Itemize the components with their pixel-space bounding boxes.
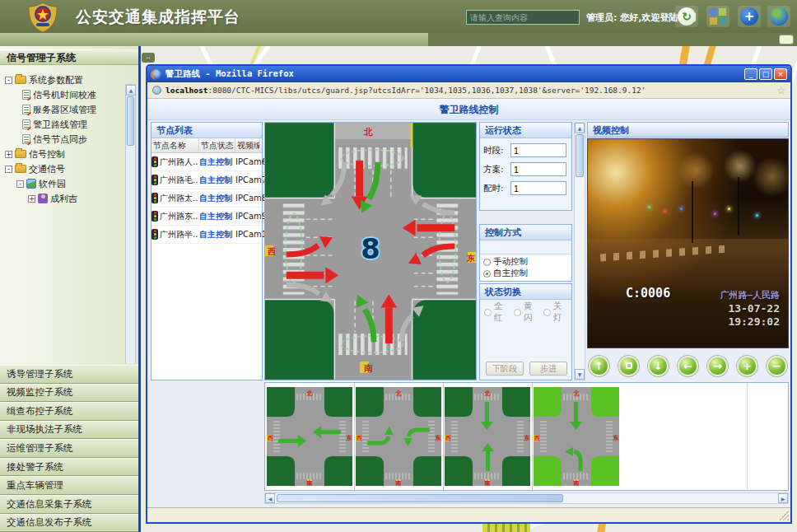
phase-strip-scrollbar[interactable]: ◀ ▶ — [264, 492, 789, 504]
apps-button[interactable] — [706, 6, 729, 27]
node-list-panel: 节点列表 节点名称 节点状态 视频编号 广州路人.. 自主控制 IPCam6 广… — [151, 122, 263, 380]
ptz-left-button[interactable]: ← — [678, 356, 698, 376]
scroll-up-icon[interactable]: ▲ — [126, 85, 136, 96]
ptz-zoom-out-button[interactable]: − — [767, 356, 787, 376]
sidebar-item-investigation[interactable]: 缉查布控子系统 — [0, 402, 138, 421]
table-row[interactable]: 广州路东.. 自主控制 IPCam9 — [151, 208, 262, 226]
tree-item-server-region[interactable]: 服务器区域管理 — [0, 102, 138, 117]
scroll-up-icon[interactable]: ▲ — [575, 123, 585, 133]
radio-icon[interactable] — [514, 309, 521, 316]
node-status-link[interactable]: 自主控制 — [199, 229, 235, 240]
tree-item-node-sync[interactable]: 信号节点同步 — [0, 132, 138, 147]
table-row[interactable]: 广州路太.. 自主控制 IPCam8 — [151, 189, 262, 208]
camera-location-overlay: 广州路—人民路 — [720, 289, 780, 301]
sidebar-item-info-collection[interactable]: 交通信息采集子系统 — [0, 495, 138, 514]
video-panel-title: 视频控制 — [587, 122, 789, 138]
yellow-flash-radio[interactable]: 黄闪 — [514, 306, 538, 318]
window-titlebar[interactable]: 警卫路线 - Mozilla Firefox _ □ × — [147, 66, 790, 82]
header-substrip — [0, 33, 797, 46]
ptz-right-button[interactable]: → — [707, 356, 728, 376]
scroll-right-icon[interactable]: ▶ — [778, 493, 788, 503]
search-input[interactable] — [466, 10, 580, 25]
scrollbar-thumb[interactable] — [127, 96, 134, 146]
traffic-light-icon — [151, 156, 158, 167]
sidebar-item-info-release[interactable]: 交通信息发布子系统 — [0, 514, 138, 532]
camera-id-overlay: C:0006 — [626, 286, 670, 301]
maximize-button[interactable]: □ — [759, 68, 772, 80]
sidebar-collapse-tab[interactable]: .. — [142, 53, 155, 63]
all-red-radio[interactable]: 全红 — [484, 306, 508, 318]
app-header: 公安交通集成指挥平台 管理员: 您好,欢迎登陆使用 ↻ + — [0, 0, 797, 33]
content-vertical-scrollbar[interactable]: ▲ ▼ — [574, 122, 585, 380]
sidebar-item-ops-management[interactable]: 运维管理子系统 — [0, 439, 138, 458]
ptz-stop-button[interactable] — [618, 356, 639, 376]
tree-scrollbar[interactable]: ▲ ▼ — [125, 84, 136, 363]
tree-item-signal-time[interactable]: 信号机时间校准 — [0, 87, 138, 102]
radio-icon[interactable] — [483, 259, 491, 266]
tree-item-signal-control[interactable]: + 信号控制 — [0, 147, 138, 161]
north-label: 北 — [363, 127, 373, 138]
tree-item-traffic-signal[interactable]: - 交通信号 — [0, 161, 138, 176]
ptz-down-button[interactable]: ↓ — [648, 356, 669, 376]
refresh-button[interactable]: ↻ — [675, 6, 698, 27]
phase-thumbnail-4[interactable]: 北 西 东 南 — [534, 387, 619, 486]
tree-item-label: 信号机时间校准 — [33, 89, 96, 101]
auto-control-radio[interactable]: 自主控制 — [483, 268, 568, 279]
collapse-expander-icon[interactable]: - — [16, 180, 24, 188]
browser-window: 警卫路线 - Mozilla Firefox _ □ × localhost:8… — [146, 64, 792, 524]
tree-item-software-park[interactable]: - 软件园 — [0, 176, 138, 191]
scrollbar-thumb[interactable] — [576, 134, 584, 177]
period-input[interactable] — [510, 143, 566, 157]
ptz-zoom-in-button[interactable]: + — [737, 356, 757, 376]
sidebar-item-key-vehicles[interactable]: 重点车辆管理 — [0, 476, 138, 495]
tree-item-system-params[interactable]: - 系统参数配置 — [0, 72, 138, 87]
col-node-status: 节点状态 — [199, 138, 235, 152]
table-row[interactable]: 广州路毛.. 自主控制 IPCam7 — [151, 171, 262, 189]
sidebar-item-offsite-enforcement[interactable]: 非现场执法子系统 — [0, 421, 138, 440]
table-row[interactable]: 广州路半.. 自主控制 IPCam10 — [151, 226, 262, 244]
scroll-down-icon[interactable]: ▼ — [575, 369, 585, 380]
address-bar[interactable]: localhost:8080/CTC-MICS/libs/utcs/guard.… — [147, 82, 790, 99]
phase-thumbnail-3[interactable]: 北 西 东 南 — [445, 387, 530, 486]
step-button[interactable]: 步进 — [529, 362, 567, 376]
tree-item-chenliji[interactable]: + 成利吉 — [0, 191, 138, 206]
bookmark-star-icon[interactable]: ☆ — [776, 85, 785, 96]
phase-thumbnail-2[interactable]: 北 西 东 南 — [356, 387, 441, 486]
map-tool-button[interactable] — [779, 35, 794, 44]
expand-expander-icon[interactable]: + — [5, 151, 12, 158]
tree-item-label: 系统参数配置 — [29, 74, 83, 86]
collapse-expander-icon[interactable]: - — [5, 77, 12, 84]
sidebar-item-induction[interactable]: 诱导管理子系统 — [0, 365, 138, 384]
sidebar-item-alarm-handling[interactable]: 接处警子系统 — [0, 458, 138, 477]
lights-off-radio[interactable]: 关灯 — [543, 306, 567, 318]
plan-input[interactable] — [510, 162, 566, 176]
phase-thumbnail-1[interactable]: 北 西 东 南 — [267, 387, 352, 486]
radio-icon[interactable] — [484, 309, 492, 316]
ptz-up-button[interactable]: ↑ — [589, 356, 609, 376]
site-globe-icon — [152, 86, 161, 95]
radio-icon[interactable] — [483, 270, 491, 278]
node-status-link[interactable]: 自主控制 — [199, 175, 235, 186]
svg-text:南: 南 — [573, 480, 580, 486]
close-button[interactable]: × — [774, 68, 787, 80]
node-list-title: 节点列表 — [151, 123, 262, 138]
minimize-button[interactable]: _ — [744, 68, 757, 80]
next-phase-button[interactable]: 下阶段 — [486, 362, 524, 376]
collapse-expander-icon[interactable]: - — [5, 166, 12, 173]
scroll-left-icon[interactable]: ◀ — [265, 493, 275, 503]
scrollbar-thumb[interactable] — [277, 494, 563, 502]
url-text[interactable]: localhost:8080/CTC-MICS/libs/utcs/guard.… — [165, 86, 772, 95]
add-button[interactable]: + — [738, 6, 761, 27]
sidebar-item-video-surveillance[interactable]: 视频监控子系统 — [0, 384, 138, 403]
expand-expander-icon[interactable]: + — [28, 195, 35, 203]
tree-item-guard-route[interactable]: 警卫路线管理 — [0, 117, 138, 132]
manual-control-radio[interactable]: 手动控制 — [483, 256, 568, 268]
node-status-link[interactable]: 自主控制 — [199, 156, 235, 168]
resize-grip[interactable] — [779, 511, 789, 520]
globe-button[interactable] — [767, 6, 790, 27]
table-row[interactable]: 广州路人.. 自主控制 IPCam6 — [151, 153, 262, 171]
node-status-link[interactable]: 自主控制 — [199, 193, 235, 204]
radio-icon[interactable] — [543, 309, 551, 316]
timing-input[interactable] — [510, 181, 566, 195]
node-status-link[interactable]: 自主控制 — [199, 211, 235, 222]
